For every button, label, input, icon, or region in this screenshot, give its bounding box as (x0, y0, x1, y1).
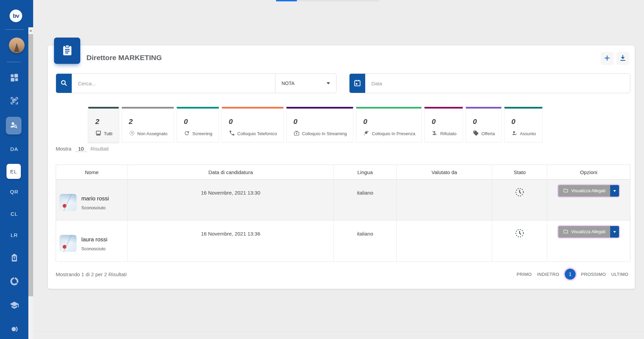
pagination-current-page[interactable]: 1 (565, 269, 576, 280)
tab-label: Screening (192, 131, 213, 136)
tab-tutti[interactable]: 2 Tutti (88, 107, 119, 142)
tab-offerta[interactable]: 0 Offerta (466, 107, 502, 142)
view-attachments-button[interactable]: Visualizza Allegati (558, 226, 610, 238)
tab-label: Tutti (104, 131, 112, 136)
candidate-name: mario rossi (81, 195, 109, 202)
sync-icon (184, 130, 190, 137)
download-button[interactable] (616, 52, 629, 65)
tab-count: 0 (431, 117, 456, 126)
tab-non-assegnato[interactable]: 2 Non Assegnato (122, 107, 174, 142)
sidebar-item-label: EL (10, 169, 17, 174)
search-group: NOTA (56, 73, 337, 93)
pagination-last[interactable]: ULTIMO (611, 272, 628, 277)
avatar-image (14, 43, 19, 52)
table-header-row: Nome Data di candidatura Lingua Valutato… (56, 165, 630, 180)
scrollbar-thumb[interactable] (28, 34, 33, 296)
search-field-select[interactable]: NOTA (275, 74, 336, 93)
candidate-photo (59, 194, 77, 211)
date-input[interactable] (365, 74, 630, 93)
date-picker-button[interactable] (350, 74, 365, 93)
sidebar-item-qr[interactable]: QR (0, 189, 28, 195)
sidebar-divider (5, 29, 24, 30)
application-date: 16 Novembre, 2021 13:30 (201, 190, 260, 196)
tab-label: Colloquio In Presenza (372, 131, 415, 136)
view-attachments-button[interactable]: Visualizza Allegati (558, 185, 610, 197)
sidebar-item-ideas[interactable] (0, 253, 28, 263)
vacancy-card: Direttore MARKETING NOTA (48, 45, 635, 289)
attachments-button-group: Visualizza Allegati (558, 226, 619, 238)
view-attachments-label: Visualizza Allegati (571, 229, 605, 234)
search-input[interactable] (72, 74, 275, 93)
pagination-next[interactable]: PROSSIMO (581, 272, 606, 277)
sidebar-item-cl[interactable]: CL (0, 211, 28, 217)
tab-assunto[interactable]: 0 Assunto (504, 107, 543, 142)
sidebar-item-da[interactable]: DA (0, 146, 28, 152)
tab-count: 0 (511, 117, 536, 126)
tab-label: Colloquio Telefonico (237, 131, 277, 136)
sidebar-top (28, 0, 33, 27)
candidate-source: Sconosciuto (81, 246, 107, 251)
sidebar-item-candidate-search-active[interactable] (6, 117, 22, 135)
tab-colloquio-in-presenza[interactable]: 0 Colloquio In Presenza (356, 107, 422, 142)
sidebar-divider (6, 62, 21, 62)
app-logo[interactable]: bv (10, 10, 22, 22)
search-icon (60, 79, 68, 88)
page-load-progress-track (276, 0, 379, 1)
pending-clock-icon (515, 234, 525, 239)
tab-label: Non Assegnato (137, 131, 167, 136)
search-button[interactable] (56, 74, 72, 93)
tab-colloquio-in-streaming[interactable]: 0 Colloquio In Streaming (286, 107, 354, 142)
sidebar-item-label: DA (10, 146, 18, 152)
attachments-button-group: Visualizza Allegati (558, 185, 619, 197)
scrollbar-up-arrow[interactable] (28, 27, 33, 33)
table-footer: Mostrando 1 di 2 per 2 Risultati PRIMO I… (56, 267, 628, 282)
tab-count: 0 (293, 117, 347, 126)
moon-contrast-icon (10, 324, 19, 334)
sidebar-item-theme[interactable] (0, 324, 28, 334)
pagination-prev[interactable]: INDIETRO (537, 272, 559, 277)
pending-clock-icon (515, 193, 525, 198)
sidebar-item-label: CL (11, 211, 18, 217)
add-icon (603, 54, 611, 63)
chevron-down-icon (327, 82, 330, 84)
person-search-icon (9, 121, 18, 131)
sidebar: bv DA EL QR CL LR (0, 0, 28, 339)
tag-icon (473, 130, 479, 137)
attachments-dropdown-button[interactable] (610, 226, 619, 238)
sidebar-item-qr-scan[interactable] (0, 96, 28, 105)
tab-screening[interactable]: 0 Screening (177, 107, 219, 142)
user-avatar[interactable] (9, 38, 25, 53)
folder-icon (563, 188, 568, 194)
tab-colloquio-telefonico[interactable]: 0 Colloquio Telefonico (222, 107, 284, 142)
candidate-name: laura rossi (81, 236, 107, 243)
sidebar-item-statistics[interactable] (0, 277, 28, 286)
tab-count: 2 (95, 117, 112, 126)
pagination-first[interactable]: PRIMO (517, 272, 532, 277)
sidebar-item-el-active[interactable]: EL (6, 164, 21, 179)
attachments-dropdown-button[interactable] (610, 185, 619, 197)
sidebar-item-label: QR (10, 189, 18, 195)
pagination: PRIMO INDIETRO 1 PROSSIMO ULTIMO (517, 269, 628, 280)
language: italiano (357, 190, 373, 196)
column-header-nome: Nome (56, 165, 128, 180)
risultati-label: Risultati (91, 146, 109, 152)
tab-rifiutato[interactable]: 0 Rifiutato (424, 107, 463, 142)
sidebar-item-lr[interactable]: LR (0, 232, 28, 238)
tab-count: 0 (229, 117, 277, 126)
tab-count: 0 (184, 117, 213, 126)
column-header-stato: Stato (492, 165, 547, 180)
sidebar-item-dashboard[interactable] (0, 73, 28, 82)
column-header-data: Data di candidatura (128, 165, 334, 180)
sidebar-item-education[interactable] (0, 300, 28, 310)
results-per-page-input[interactable] (75, 146, 87, 152)
clipboard-icon (61, 44, 73, 58)
tab-count: 0 (363, 117, 415, 126)
calendar-icon (353, 79, 361, 88)
tab-label: Rifiutato (440, 131, 456, 136)
folder-icon (563, 229, 568, 235)
vacancy-tile (54, 38, 80, 64)
sidebar-scrollbar[interactable] (28, 27, 33, 339)
tab-count: 0 (473, 117, 495, 126)
column-header-valutato-da: Valutato da (397, 165, 492, 180)
add-button[interactable] (601, 52, 614, 65)
